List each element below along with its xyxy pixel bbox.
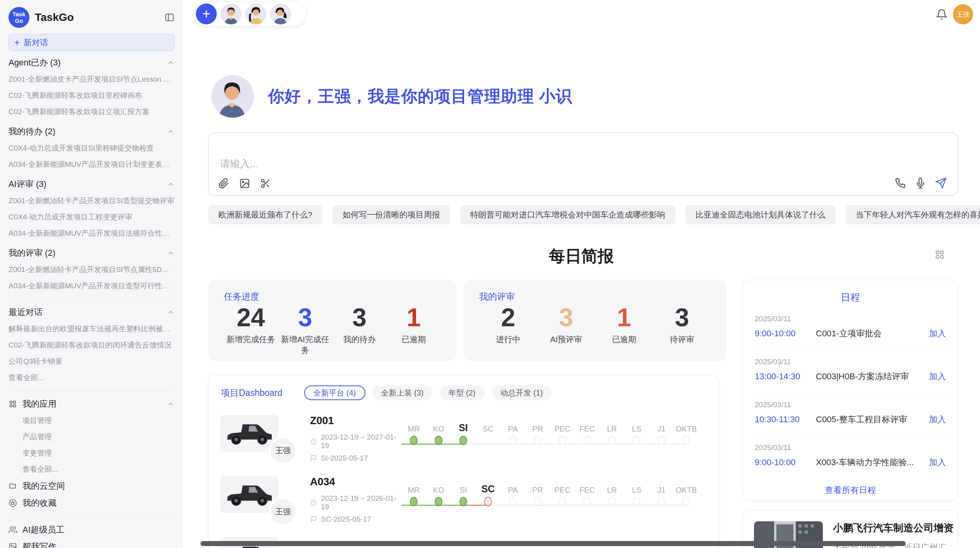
app-logo: Task Go xyxy=(9,7,29,28)
milestone-label: LS xyxy=(624,417,649,433)
join-link[interactable]: 加入 xyxy=(929,457,946,468)
flag-icon xyxy=(310,455,317,462)
milestone-dot xyxy=(435,436,442,445)
milestone-dot xyxy=(534,497,541,506)
main-content: + 王强 你好，王强，我是你的项目管理助理 小识 xyxy=(183,0,980,548)
milestone-label: LS xyxy=(624,478,649,495)
milestone-label: J1 xyxy=(649,478,674,495)
sidebar-group-header[interactable]: 我的待办 (2) xyxy=(9,123,175,140)
sidebar-item[interactable]: C02-飞腾新能源轻客改款项目里程碑画布 xyxy=(9,87,175,104)
sidebar-item[interactable]: C0X4-动力总成开发项目SI里程碑提交物检查 xyxy=(9,140,175,156)
dashboard-tab[interactable]: 年型 (2) xyxy=(440,385,485,400)
view-all-schedule-link[interactable]: 查看所有日程 xyxy=(755,485,946,496)
notification-bell-icon[interactable] xyxy=(936,9,947,20)
stat-value: 3 xyxy=(278,304,332,331)
dashboard-tab[interactable]: 动总开发 (1) xyxy=(492,385,552,400)
agent-avatar[interactable] xyxy=(245,3,266,24)
stat-value: 1 xyxy=(387,304,441,331)
milestone-timeline: MR KO SI SC PA PR PEC FEC LR LS J1 OKTB xyxy=(401,417,707,460)
scissors-icon[interactable] xyxy=(260,178,271,189)
sidebar-item[interactable]: Z001-全新燃油皮卡产品开发项目SI节点Lesson Learn报告 xyxy=(9,71,175,87)
my-apps-label: 我的应用 xyxy=(22,398,161,410)
sidebar-group-header[interactable]: AI评审 (3) xyxy=(9,176,175,193)
milestone: OKTB xyxy=(674,417,699,445)
sidebar-collapse-icon[interactable] xyxy=(164,12,175,22)
people-icon xyxy=(9,526,17,534)
sidebar-item[interactable]: 公司Q3轻卡销量 xyxy=(9,353,175,370)
milestone-dot xyxy=(658,497,665,506)
add-agent-button[interactable]: + xyxy=(196,3,217,24)
join-link[interactable]: 加入 xyxy=(929,328,946,339)
logo-text-bottom: Go xyxy=(15,17,23,24)
schedule-time: 10:30-11:30 xyxy=(755,414,816,425)
schedule-event-title: C003|H0B-方案冻结评审 xyxy=(816,371,923,382)
sidebar-item[interactable]: C02-飞腾新能源轻客改款项目的闭环通告反馈情况 xyxy=(9,337,175,353)
sidebar-item-ai-employee[interactable]: AI超级员工 xyxy=(9,521,175,538)
suggestion-chip[interactable]: 比亚迪全固态电池计划具体说了什么 xyxy=(685,205,836,224)
stat-value: 2 xyxy=(479,304,537,331)
chevron-up-icon xyxy=(167,59,175,67)
task-progress-stats: 24 新增完成任务 3 新增AI完成任务 3 我的待办 1 已逾期 xyxy=(224,304,441,356)
sidebar-item[interactable]: A034-全新新能源MUV产品开发项目造型可行性评审 xyxy=(9,278,175,294)
sidebar-item[interactable]: A034-全新新能源MUV产品开发项目法规符合性评审 xyxy=(9,225,175,241)
sidebar-item[interactable]: C02-飞腾新能源轻客改款项目立项汇报方案 xyxy=(9,104,175,120)
chat-input[interactable] xyxy=(209,133,958,170)
new-chat-button[interactable]: + 新对话 xyxy=(9,34,175,51)
schedule-date: 2025/03/11 xyxy=(755,358,946,366)
insert-image-icon[interactable] xyxy=(239,178,250,189)
sidebar-item[interactable]: Z001-全新燃油轻卡产品开发项目SI节点属性5D文件评审 xyxy=(9,262,175,278)
milestone: PR xyxy=(525,478,550,506)
sidebar-item[interactable]: 查看全部... xyxy=(9,370,175,386)
phone-call-icon[interactable] xyxy=(895,178,906,188)
milestone: PEC xyxy=(550,417,575,445)
horizontal-scrollbar[interactable] xyxy=(200,541,906,546)
sidebar-group-items: Z001-全新燃油轻卡产品开发项目SI节点属性5D文件评审A034-全新新能源M… xyxy=(9,262,175,294)
sidebar-item-cloud-space[interactable]: 我的云空间 xyxy=(9,478,175,495)
sidebar-group-header[interactable]: 最近对话 xyxy=(9,304,175,321)
sidebar-item[interactable]: Z001-全新燃油轻卡产品开发项目SI造型提交物评审 xyxy=(9,193,175,209)
join-link[interactable]: 加入 xyxy=(929,414,946,425)
milestone-dot xyxy=(583,436,591,445)
suggestion-chip[interactable]: 欧洲新规最近颁布了什么? xyxy=(208,205,322,224)
attachment-icon[interactable] xyxy=(218,178,229,189)
sidebar-group-header[interactable]: 我的评审 (2) xyxy=(9,245,175,262)
milestone-dot xyxy=(410,436,418,445)
milestone-dot xyxy=(484,497,492,506)
app-menu-item[interactable]: 项目管理 xyxy=(22,413,175,429)
microphone-icon[interactable] xyxy=(915,178,926,188)
sidebar-group-header[interactable]: Agent已办 (3) xyxy=(9,54,175,71)
layout-grid-icon[interactable] xyxy=(934,249,945,260)
join-link[interactable]: 加入 xyxy=(929,371,946,382)
star-icon xyxy=(9,499,17,507)
daily-briefing-title: 每日简报 xyxy=(183,245,980,267)
project-row[interactable]: 王强 A034 2023-12-19 ~ 2026-01-19 SC-2025-… xyxy=(209,474,719,535)
divider xyxy=(9,299,175,299)
sidebar-item[interactable]: C0X4-动力总成开发项目工程变更评审 xyxy=(9,209,175,225)
stat-value: 3 xyxy=(537,304,595,331)
agent-avatar[interactable] xyxy=(221,3,242,24)
sidebar-item-write-helper[interactable]: 帮我写作 xyxy=(9,538,175,548)
app-menu-item[interactable]: 产品管理 xyxy=(22,429,175,445)
stat-label: AI预评审 xyxy=(537,334,595,345)
sidebar-item-favorites[interactable]: 我的收藏 xyxy=(9,495,175,512)
project-row[interactable]: 王强 Z001 2023-12-19 ~ 2027-01-19 SI-2025-… xyxy=(209,413,719,474)
my-apps-list: 项目管理产品管理变更管理查看全部... xyxy=(9,413,175,478)
suggestion-chip[interactable]: 如何写一份清晰的项目周报 xyxy=(332,205,450,224)
app-menu-item[interactable]: 查看全部... xyxy=(22,461,175,478)
new-chat-label: 新对话 xyxy=(24,37,48,48)
app-menu-item[interactable]: 变更管理 xyxy=(22,445,175,461)
agent-avatar[interactable] xyxy=(270,3,291,24)
send-icon[interactable] xyxy=(935,177,947,189)
dashboard-tab[interactable]: 全新上装 (3) xyxy=(372,385,433,400)
sidebar-item[interactable]: A034-全新新能源MUV产品开发项目计划变更表编写 xyxy=(9,156,175,173)
sidebar-item-my-apps[interactable]: 我的应用 xyxy=(9,396,175,413)
dashboard-tab[interactable]: 全新平台 (4) xyxy=(304,385,365,400)
user-avatar[interactable]: 王强 xyxy=(953,4,973,24)
suggestion-chips: 欧洲新规最近颁布了什么?如何写一份清晰的项目周报特朗普可能对进口汽车增税会对中国… xyxy=(208,205,980,224)
sidebar-item[interactable]: 解释最新出台的欧盟报废车法规再生塑料比例被调至15%... xyxy=(9,321,175,337)
suggestion-chip[interactable]: 特朗普可能对进口汽车增税会对中国车企造成哪些影响 xyxy=(460,205,675,224)
milestone: LR xyxy=(600,417,624,445)
suggestion-chip[interactable]: 当下年轻人对汽车外观有怎样的喜好趋势 xyxy=(846,205,980,224)
chevron-up-icon[interactable] xyxy=(167,400,175,408)
sidebar-group-title: Agent已办 (3) xyxy=(9,57,61,68)
